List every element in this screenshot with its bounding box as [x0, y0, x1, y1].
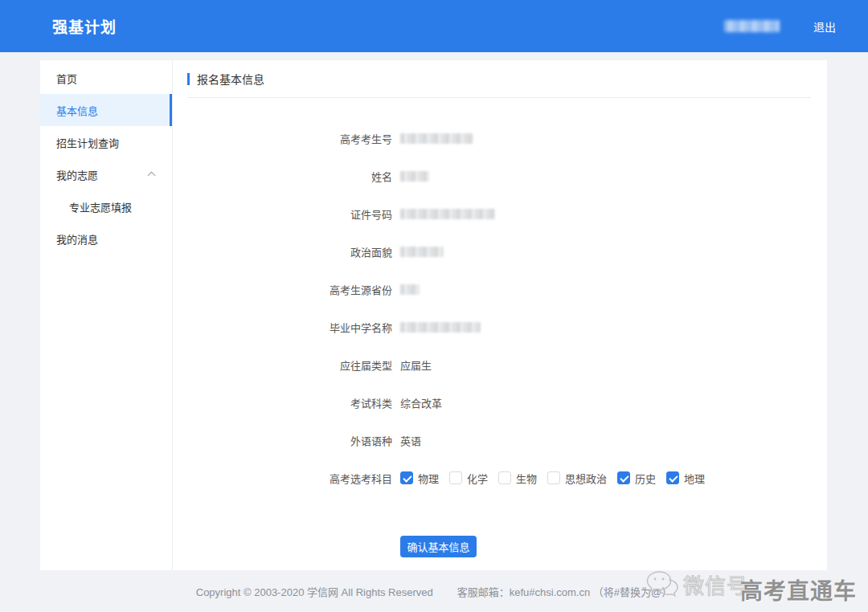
field-label: 高考考生号 [187, 131, 392, 146]
graduate-type-value: 应届生 [400, 357, 432, 373]
field-label: 应往届类型 [187, 357, 392, 373]
sidebar-item-major-preference-filling[interactable]: 专业志愿填报 [40, 190, 172, 222]
graduate-school-redacted [400, 322, 481, 333]
checkbox-unchecked-icon[interactable] [547, 471, 560, 484]
field-label: 外语语种 [187, 433, 392, 448]
form-row: 高考考生号 [187, 130, 811, 146]
logout-button[interactable]: 退出 [813, 18, 836, 35]
form-row: 政治面貌 [187, 243, 811, 259]
checkbox-label: 化学 [467, 471, 488, 486]
sidebar-item-enrollment-plan-query[interactable]: 招生计划查询 [40, 126, 172, 158]
checkbox-label: 物理 [418, 471, 439, 486]
political-status-redacted [400, 247, 444, 257]
source-province-redacted [400, 284, 420, 295]
checkbox-unchecked-icon[interactable] [498, 471, 511, 484]
checkbox-history[interactable]: 历史 [617, 471, 656, 486]
field-label: 毕业中学名称 [187, 320, 392, 335]
checkbox-geography[interactable]: 地理 [666, 471, 705, 486]
exam-category-value: 综合改革 [400, 395, 442, 410]
section-divider [187, 97, 811, 98]
sidebar-item-home[interactable]: 首页 [40, 62, 172, 94]
checkbox-chemistry[interactable]: 化学 [449, 471, 488, 486]
section-title: 报名基本信息 [197, 71, 264, 87]
form-row: 证件号码 [187, 206, 811, 222]
content-area: 报名基本信息 高考考生号 姓名 证件号码 政治面貌 高考生源省份 [173, 60, 827, 570]
sidebar-item-my-preferences[interactable]: 我的志愿 [40, 158, 172, 190]
field-label: 考试科类 [187, 395, 392, 410]
form-row: 考试科类 综合改革 [187, 394, 811, 410]
copyright-text: Copyright © 2003-2020 学信网 All Rights Res… [196, 584, 433, 599]
sidebar-item-label: 招生计划查询 [56, 135, 119, 150]
id-number-redacted [400, 209, 495, 219]
exam-candidate-number-redacted [400, 133, 473, 144]
app-header: 强基计划 退出 [0, 0, 868, 52]
username-redacted [724, 20, 780, 32]
field-label: 高考选考科目 [187, 471, 392, 486]
checkbox-label: 地理 [684, 471, 705, 486]
sidebar-item-basic-info[interactable]: 基本信息 [40, 94, 172, 126]
checkbox-checked-icon[interactable] [666, 471, 679, 484]
section-accent-bar [187, 73, 190, 85]
sidebar-item-label: 首页 [56, 71, 77, 86]
section-header: 报名基本信息 [187, 71, 811, 87]
foreign-language-value: 英语 [400, 433, 421, 448]
checkbox-label: 历史 [635, 471, 656, 486]
field-label: 高考生源省份 [187, 282, 392, 297]
main-card: 首页 基本信息 招生计划查询 我的志愿 专业志愿填报 我的消息 报名基本信息 高… [40, 60, 827, 570]
checkbox-politics[interactable]: 思想政治 [547, 471, 607, 486]
sidebar-item-label: 基本信息 [56, 103, 98, 118]
app-title: 强基计划 [52, 15, 117, 37]
name-redacted [400, 171, 429, 182]
selected-subjects-group: 物理 化学 生物 思想政治 [400, 471, 715, 486]
field-label: 姓名 [187, 169, 392, 184]
form-row: 高考选考科目 物理 化学 生物 [187, 470, 811, 486]
form-row: 姓名 [187, 168, 811, 184]
sidebar-item-label: 我的志愿 [56, 167, 98, 182]
form-row: 外语语种 英语 [187, 432, 811, 448]
checkbox-label: 思想政治 [565, 471, 607, 486]
checkbox-label: 生物 [516, 471, 537, 486]
checkbox-physics[interactable]: 物理 [400, 471, 439, 486]
form-row: 应往届类型 应届生 [187, 357, 811, 373]
field-label: 证件号码 [187, 206, 392, 222]
form-row: 高考生源省份 [187, 281, 811, 297]
page-footer: Copyright © 2003-2020 学信网 All Rights Res… [0, 570, 868, 612]
checkbox-biology[interactable]: 生物 [498, 471, 537, 486]
checkbox-checked-icon[interactable] [617, 471, 630, 484]
confirm-basic-info-button[interactable]: 确认基本信息 [400, 536, 477, 557]
sidebar-item-label: 专业志愿填报 [69, 199, 132, 214]
checkbox-checked-icon[interactable] [400, 471, 413, 484]
field-label: 政治面貌 [187, 244, 392, 259]
form-row: 毕业中学名称 [187, 319, 811, 335]
sidebar-item-label: 我的消息 [56, 231, 98, 247]
chevron-up-icon [148, 172, 156, 180]
basic-info-form: 高考考生号 姓名 证件号码 政治面貌 高考生源省份 毕业中学名称 [187, 130, 811, 557]
checkbox-unchecked-icon[interactable] [449, 471, 462, 484]
support-email-text: 客服邮箱：kefu#chsi.com.cn （将#替换为@） [457, 584, 672, 599]
sidebar-item-my-messages[interactable]: 我的消息 [40, 222, 172, 255]
sidebar-nav: 首页 基本信息 招生计划查询 我的志愿 专业志愿填报 我的消息 [40, 60, 173, 570]
